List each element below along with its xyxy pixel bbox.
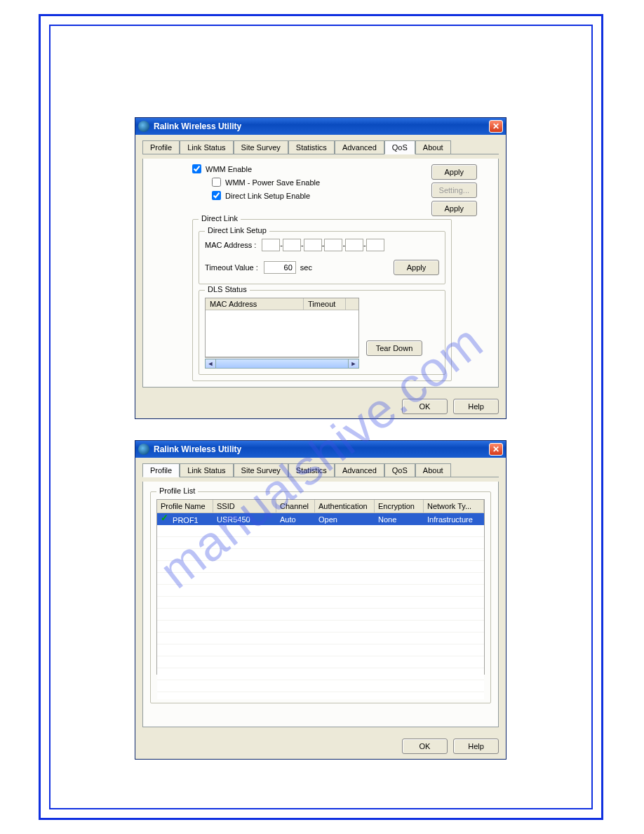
setting-button: Setting... — [431, 183, 477, 198]
directlink-apply-button[interactable]: Apply — [431, 201, 477, 216]
teardown-button[interactable]: Tear Down — [366, 340, 422, 356]
dls-status-table: MAC Address Timeout — [205, 298, 359, 357]
tab-site-survey[interactable]: Site Survey — [234, 463, 288, 477]
help-button[interactable]: Help — [453, 399, 499, 414]
tab-link-status[interactable]: Link Status — [180, 140, 233, 154]
mac-field-6[interactable] — [366, 239, 384, 251]
tab-profile[interactable]: Profile — [142, 140, 180, 154]
title-bar: Ralink Wireless Utility ✕ — [135, 118, 506, 135]
dls-col-mac[interactable]: MAC Address — [206, 298, 304, 310]
profile-list-legend: Profile List — [156, 486, 198, 495]
wmm-powersave-checkbox[interactable] — [212, 178, 221, 187]
ok-button[interactable]: OK — [402, 399, 448, 414]
direct-link-setup-label: Direct Link Setup Enable — [225, 192, 310, 200]
cell-ntype: Infrastructure — [424, 515, 484, 524]
wmm-enable-checkbox[interactable] — [192, 164, 201, 173]
app-icon — [138, 444, 149, 455]
dls-status-legend: DLS Status — [205, 285, 250, 293]
col-enc[interactable]: Encryption — [375, 500, 424, 512]
timeout-unit: sec — [300, 263, 312, 272]
col-channel[interactable]: Channel — [276, 500, 315, 512]
col-ssid[interactable]: SSID — [213, 500, 276, 512]
ralink-utility-window-qos: Ralink Wireless Utility ✕ Profile Link S… — [135, 117, 507, 419]
dls-hscrollbar[interactable]: ◄ ► — [205, 357, 359, 369]
cell-ssid: USR5450 — [213, 515, 276, 524]
direct-link-setup-group: Direct Link Setup MAC Address : - - - - … — [199, 231, 445, 284]
tab-about[interactable]: About — [415, 463, 451, 477]
help-button[interactable]: Help — [453, 739, 499, 754]
wmm-enable-label: WMM Enable — [206, 165, 252, 173]
tab-qos[interactable]: QoS — [384, 463, 415, 477]
ok-button[interactable]: OK — [402, 739, 448, 754]
direct-link-legend: Direct Link — [199, 214, 241, 223]
cell-enc: None — [375, 515, 424, 524]
window-title: Ralink Wireless Utility — [154, 444, 241, 454]
tab-advanced[interactable]: Advanced — [335, 463, 384, 477]
profile-table[interactable]: Profile Name SSID Channel Authentication… — [156, 499, 485, 675]
mac-field-4[interactable] — [324, 239, 342, 251]
close-icon[interactable]: ✕ — [489, 120, 503, 133]
tab-about[interactable]: About — [415, 140, 451, 154]
col-ntype[interactable]: Network Ty... — [424, 500, 484, 512]
col-profile-name[interactable]: Profile Name — [157, 500, 213, 512]
scroll-track[interactable] — [216, 359, 348, 369]
mac-address-label: MAC Address : — [205, 241, 256, 249]
direct-link-group: Direct Link Direct Link Setup MAC Addres… — [192, 219, 452, 381]
check-icon — [161, 515, 169, 523]
tab-link-status[interactable]: Link Status — [180, 463, 233, 477]
tab-advanced[interactable]: Advanced — [335, 140, 384, 154]
cell-auth: Open — [315, 515, 375, 524]
timeout-input[interactable] — [264, 261, 296, 274]
app-icon — [138, 121, 149, 132]
mac-field-3[interactable] — [304, 239, 322, 251]
tab-statistics[interactable]: Statistics — [288, 140, 335, 154]
direct-link-setup-checkbox[interactable] — [212, 191, 221, 200]
table-row[interactable]: PROF1 USR5450 Auto Open None Infrastruct… — [157, 513, 484, 525]
title-bar: Ralink Wireless Utility ✕ — [135, 441, 506, 458]
scroll-left-icon[interactable]: ◄ — [205, 359, 216, 369]
tab-strip: Profile Link Status Site Survey Statisti… — [142, 140, 499, 154]
cell-profile-name: PROF1 — [173, 516, 199, 524]
tab-site-survey[interactable]: Site Survey — [234, 140, 288, 154]
tab-profile[interactable]: Profile — [142, 463, 180, 477]
scroll-right-icon[interactable]: ► — [348, 359, 359, 369]
tab-qos[interactable]: QoS — [384, 140, 415, 154]
close-icon[interactable]: ✕ — [489, 443, 503, 456]
tab-strip: Profile Link Status Site Survey Statisti… — [142, 463, 499, 477]
timeout-apply-button[interactable]: Apply — [394, 260, 439, 275]
direct-link-setup-legend: Direct Link Setup — [205, 226, 269, 234]
profile-list-group: Profile List Profile Name SSID Channel A… — [150, 491, 491, 703]
cell-channel: Auto — [276, 515, 315, 524]
dls-status-group: DLS Status MAC Address Timeout — [199, 290, 445, 375]
dls-col-timeout[interactable]: Timeout — [304, 298, 346, 310]
col-auth[interactable]: Authentication — [315, 500, 375, 512]
wmm-powersave-label: WMM - Power Save Enable — [225, 178, 320, 187]
ralink-utility-window-profile: Ralink Wireless Utility ✕ Profile Link S… — [135, 440, 507, 760]
mac-field-2[interactable] — [283, 239, 301, 251]
timeout-label: Timeout Value : — [205, 263, 258, 272]
mac-field-5[interactable] — [345, 239, 363, 251]
wmm-apply-button[interactable]: Apply — [431, 164, 477, 180]
window-title: Ralink Wireless Utility — [154, 121, 241, 131]
empty-rows — [157, 525, 484, 699]
mac-field-1[interactable] — [262, 239, 280, 251]
tab-statistics[interactable]: Statistics — [288, 463, 335, 477]
